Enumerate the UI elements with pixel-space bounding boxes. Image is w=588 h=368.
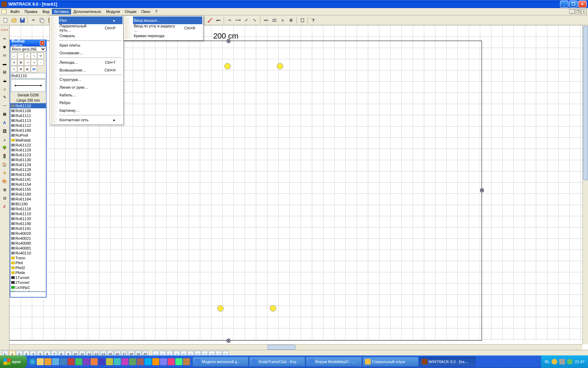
system-select[interactable]: Roco geoLINE <box>10 46 46 52</box>
ql-app9-icon[interactable] <box>121 358 128 365</box>
language-indicator[interactable]: RL <box>545 360 550 364</box>
palette-tree-icon[interactable]: 🌳 <box>1 144 9 152</box>
ql-app12-icon[interactable] <box>160 358 167 365</box>
track-part-item[interactable]: Pfeil2 <box>10 265 46 270</box>
track-part-item[interactable]: MaRstab <box>10 138 46 143</box>
insert-menu-item[interactable]: ▫Парралельный путь…Ctrl+P <box>50 24 122 32</box>
window-close-button[interactable]: × <box>578 1 587 8</box>
start-button[interactable]: пуск <box>0 355 27 368</box>
palette-legend-icon[interactable]: ▤ <box>1 68 9 76</box>
track-part-item[interactable]: Ro61140 <box>10 172 46 177</box>
tool-snap2[interactable]: ⟶ <box>234 16 242 24</box>
palette-spiral-icon[interactable]: ◉ <box>1 43 9 51</box>
panel-titlebar[interactable]: Выбор систе… × <box>10 40 46 46</box>
insert-menu-item[interactable]: ▫Края плиты <box>50 41 122 49</box>
track-part-item[interactable]: Bt1180 <box>10 202 46 206</box>
menu-дополнительно[interactable]: Дополнительно <box>71 9 104 14</box>
palette-line-icon[interactable]: ✎ <box>1 93 9 101</box>
ql-app6-icon[interactable] <box>98 358 105 365</box>
horizontal-scrollbar[interactable] <box>9 344 582 350</box>
track-part-item[interactable]: Ro61110 <box>10 103 46 108</box>
shape-cross-icon[interactable]: ✕ <box>11 59 17 66</box>
track-part-item[interactable]: Ro40080 <box>10 241 46 246</box>
track-part-item[interactable]: Ro61122 <box>10 143 46 148</box>
palette-building-icon[interactable]: 🏠 <box>1 161 9 169</box>
palette-misc2-icon[interactable]: ⊟ <box>1 194 9 202</box>
insert-menu-item[interactable]: ▫Ребро <box>50 99 122 107</box>
copy-button[interactable] <box>38 16 46 24</box>
track-part-item[interactable]: Lichthp1 <box>10 285 46 290</box>
window-maximize-button[interactable]: ❐ <box>569 1 578 8</box>
window-minimize-button[interactable]: _ <box>560 1 568 8</box>
open-button[interactable] <box>10 16 18 24</box>
track-part-item[interactable]: Ro61190 <box>10 221 46 226</box>
taskbar-task[interactable]: Форум ModelldepO - … <box>306 357 362 367</box>
shape-dcc-icon[interactable]: ⊠ <box>18 59 24 66</box>
insert-menu-item[interactable]: ▫Возвышение…Ctrl+H <box>50 66 122 74</box>
tray-icon-2[interactable] <box>567 359 573 364</box>
ql-app5-icon[interactable] <box>91 358 98 365</box>
track-part-item[interactable]: Ro61129 <box>10 148 46 152</box>
tray-volume-icon[interactable] <box>559 359 565 364</box>
menu-?[interactable]: ? <box>153 9 160 14</box>
shape-flex-icon[interactable]: ∿ <box>31 59 37 66</box>
track-part-item[interactable]: RoPrell <box>10 133 46 138</box>
taskbar-task[interactable]: Модели железной д… <box>192 357 248 367</box>
track-part-item[interactable]: Ro61141 <box>10 177 46 182</box>
ql-desktop-icon[interactable] <box>52 358 59 365</box>
shape-switch-l-icon[interactable]: ⤦ <box>24 53 30 59</box>
track-part-item[interactable]: 2Tunnel <box>10 280 46 285</box>
ql-app3-icon[interactable] <box>75 358 82 365</box>
tool-snap1[interactable]: ⊸ <box>225 16 233 24</box>
ql-app8-icon[interactable] <box>114 358 121 365</box>
track-part-item[interactable]: Ro61112 <box>10 123 46 128</box>
track-part-item[interactable]: Ro61154 <box>10 182 46 187</box>
palette-elev-icon[interactable]: ⛰ <box>1 76 9 84</box>
ql-firefox-icon[interactable] <box>152 358 159 365</box>
save-button[interactable] <box>18 16 26 24</box>
marker-right[interactable] <box>480 188 484 192</box>
track-part-item[interactable]: Trenn <box>10 255 46 260</box>
tool-snap3[interactable]: ⤢ <box>242 16 250 24</box>
shape-end-icon[interactable]: ⊣ <box>24 59 30 66</box>
insert-menu-item[interactable]: ▫Кабель… <box>50 91 122 99</box>
palette-text-icon[interactable]: A <box>1 118 9 127</box>
ql-outlook-icon[interactable] <box>44 358 51 365</box>
palette-signal-icon[interactable]: 🚦 <box>1 152 9 160</box>
taskbar-task[interactable]: Спиральный спуск <box>363 357 419 367</box>
ql-app2-icon[interactable] <box>68 358 75 365</box>
track-part-item[interactable]: Ro61113 <box>10 118 46 123</box>
palette-lamp-icon[interactable]: ⊕ <box>1 169 9 177</box>
track-part-item[interactable]: Ro61155 <box>10 187 46 192</box>
track-part-item[interactable]: Pfeil <box>10 260 46 265</box>
shape-curve-icon[interactable]: ⌒ <box>18 53 24 59</box>
insert-menu-item[interactable]: ▫Спираль <box>50 32 122 40</box>
track-part-item[interactable]: Ro61119 <box>10 211 46 216</box>
palette-edge-icon[interactable]: ▭ <box>1 51 9 59</box>
track-part-item[interactable]: Ro61164 <box>10 197 46 202</box>
track-part-item[interactable]: Ro61160 <box>10 192 46 197</box>
palette-misc1-icon[interactable]: ⊞ <box>1 186 9 194</box>
tool-elev1[interactable] <box>298 16 306 24</box>
panel-close-button[interactable]: × <box>40 41 45 46</box>
track-part-item[interactable]: Ro61130 <box>10 157 46 162</box>
ql-app1-icon[interactable] <box>60 358 67 365</box>
track-part-item[interactable]: Ro61123 <box>10 152 46 157</box>
track-part-item[interactable]: 1Tunnel <box>10 275 46 280</box>
ql-app14-icon[interactable] <box>175 358 182 365</box>
flex-submenu-item[interactable]: Кривая перехода <box>125 32 202 40</box>
track-part-item[interactable]: Ro61191 <box>10 226 46 231</box>
track-part-item[interactable]: Ro61120 <box>10 216 46 221</box>
insert-menu-item[interactable]: ▫Легенда…Ctrl+T <box>50 59 122 66</box>
insert-menu-item[interactable]: ▫Flex▸ <box>50 16 122 24</box>
track-part-item[interactable]: Ro61111 <box>10 113 46 118</box>
palette-struct-icon[interactable]: ⌂ <box>1 85 9 93</box>
track-part-item[interactable]: Ro40081 <box>10 246 46 251</box>
ql-app10-icon[interactable] <box>129 358 136 365</box>
taskbar-task[interactable]: WINTRACK 8.0 - [tra… <box>419 357 475 367</box>
track-part-item[interactable]: Ro40020 <box>10 231 46 236</box>
track-part-item[interactable]: Ro61128 <box>10 167 46 172</box>
ql-app15-icon[interactable] <box>183 358 190 365</box>
mdi-minimize-button[interactable]: _ <box>569 9 575 14</box>
ql-explorer-icon[interactable] <box>37 358 44 365</box>
